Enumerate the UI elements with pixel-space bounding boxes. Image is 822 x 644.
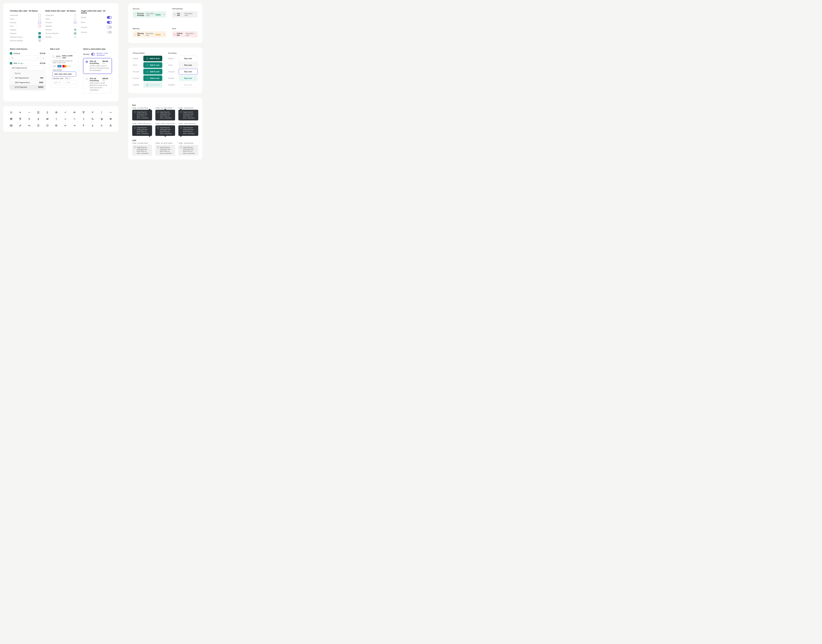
upload-icon	[46, 111, 49, 114]
state-label: Selected disabled	[10, 40, 23, 41]
primary-button[interactable]: 🛒Add to cart	[143, 62, 162, 68]
tooltip-label: Tooltip - bottom right pointer	[132, 123, 152, 124]
alert-action-link[interactable]: Action	[155, 34, 161, 35]
radio-focused-selected[interactable]	[74, 32, 76, 35]
svg-point-10	[102, 120, 103, 120]
dropdown-item[interactable]: 10 M Pageview$9999	[10, 85, 45, 89]
secondary-button[interactable]: Buy now	[179, 69, 198, 74]
cvv-label: CVV	[65, 78, 69, 79]
help-icon[interactable]: ?	[69, 78, 71, 79]
primary-heading: Primary Button	[133, 52, 162, 54]
radio-hover[interactable]	[74, 18, 76, 20]
radio-selected[interactable]	[74, 29, 76, 31]
mastercard-icon	[62, 65, 66, 67]
visa-icon: VISA	[52, 65, 57, 67]
checkbox-selected-focused[interactable]	[38, 36, 41, 38]
cart-icon: 🛒	[146, 64, 149, 66]
info-icon: i	[157, 146, 159, 148]
card-radio[interactable]	[52, 55, 55, 58]
plan-per: /mo	[103, 63, 105, 64]
license-web-price: $72.00	[40, 62, 45, 64]
toggle-focused[interactable]	[107, 26, 112, 29]
toggle-pressed[interactable]	[107, 31, 112, 34]
radio-section: Radio button (No Label - All States) Uns…	[45, 10, 76, 43]
state-label: Selected focused	[10, 36, 23, 38]
checkbox-selected[interactable]	[38, 32, 41, 35]
secondary-button[interactable]: Buy now	[179, 62, 198, 68]
card-brands: VISA AMEX DISC	[52, 65, 76, 67]
tooltips-card: Dark Tooltip - top right pointeriSupport…	[128, 98, 202, 159]
plan-option[interactable]: 15% off everything $49.95 /mo 4995 credi…	[83, 75, 112, 93]
state-label: Hover	[45, 18, 50, 20]
expiration-input[interactable]	[52, 80, 63, 85]
quantity-minus-button[interactable]: −	[36, 56, 41, 60]
state-label: Selected	[10, 32, 16, 34]
toggle-hover[interactable]	[107, 21, 112, 24]
cart-icon: 🛒	[146, 84, 149, 86]
dropdown-item[interactable]: 100k Pageview/mo$999	[10, 80, 45, 85]
more-vertical-icon	[100, 111, 103, 114]
radio-disabled-selected	[74, 36, 76, 38]
dropdown-item[interactable]: ✓10k Pageview/mo$99	[10, 75, 45, 80]
minus-icon	[28, 111, 31, 114]
alert-action-link[interactable]: Action	[155, 14, 161, 15]
state-label: Disabled	[133, 84, 141, 86]
checkbox-focused[interactable]	[38, 21, 41, 24]
info-icon: i	[180, 127, 182, 129]
star-icon	[55, 111, 58, 114]
bookmark-icon	[37, 111, 40, 114]
arrow-right-icon	[73, 124, 76, 127]
arrow-left-icon	[64, 124, 67, 127]
rotate-icon	[46, 124, 49, 127]
quantity-plus-button[interactable]: +	[41, 56, 45, 60]
card-number-input[interactable]	[52, 72, 76, 77]
check-icon	[64, 111, 67, 114]
state-label: Focused	[168, 71, 177, 73]
cvv-input[interactable]	[65, 80, 76, 85]
tooltip-dark: iSupporting text string goes here ipsum …	[132, 110, 152, 120]
tooltip-dark: iSupporting text string goes here ipsum …	[155, 125, 175, 136]
checkbox-selected-disabled	[38, 40, 41, 42]
license-desktop-price: $72.00	[40, 52, 45, 54]
primary-button[interactable]: 🛒Add to cart	[143, 75, 162, 81]
svg-point-9	[101, 120, 101, 120]
primary-button: 🛒Add to cart	[143, 82, 162, 87]
alert-close-icon[interactable]: ✕	[163, 14, 164, 15]
checkbox-disabled	[38, 29, 41, 31]
image-icon	[10, 124, 12, 127]
billing-toggle[interactable]	[91, 53, 95, 55]
license-web-checkbox[interactable]	[10, 62, 12, 64]
checkbox-error[interactable]	[38, 25, 41, 27]
quantity-input[interactable]	[10, 56, 36, 60]
secondary-button[interactable]: Buy now	[179, 75, 198, 81]
radio-unselected[interactable]	[74, 14, 76, 17]
secondary-button[interactable]: Buy now	[179, 56, 198, 61]
plus-icon	[19, 111, 22, 114]
sort-icon	[91, 111, 94, 114]
state-label: Focused	[10, 22, 16, 23]
checkbox-hover[interactable]	[38, 18, 41, 20]
quantity-stepper[interactable]: − +	[10, 55, 45, 60]
state-label: Unselected	[45, 14, 54, 16]
toggle-default[interactable]	[107, 16, 112, 19]
alert-close-icon[interactable]: ✕	[163, 34, 164, 35]
info-icon: i	[180, 146, 182, 148]
menu-icon	[73, 111, 76, 114]
dropdown-remove[interactable]: Remove	[10, 71, 45, 75]
credit-card-icon	[56, 55, 60, 58]
plan-option[interactable]: 10% off everything $24.95 /mo 59,940 cre…	[83, 58, 112, 74]
alert-desc: Descriptive copy	[184, 13, 196, 16]
state-label: Pressed	[133, 77, 141, 79]
primary-button[interactable]: 🛒Add to cart	[143, 69, 162, 74]
radio-disabled	[74, 25, 76, 27]
checkbox-unselected[interactable]	[38, 14, 41, 17]
skip-back-icon	[55, 124, 58, 127]
close-icon	[28, 118, 31, 120]
license-desktop-checkbox[interactable]	[10, 52, 12, 55]
primary-button[interactable]: 🛒Add to Cart	[143, 56, 162, 61]
pageviews-select[interactable]: 10K Pageviews/mo	[10, 65, 45, 70]
plan-desc: 59,940 credits a year to spend on all as…	[90, 65, 109, 72]
radio-focused[interactable]	[74, 21, 76, 24]
plan-desc: 4995 credits a month ($49.95) to spend o…	[90, 82, 109, 91]
tooltip-light: iSupporting text string goes here ipsum …	[178, 145, 198, 156]
